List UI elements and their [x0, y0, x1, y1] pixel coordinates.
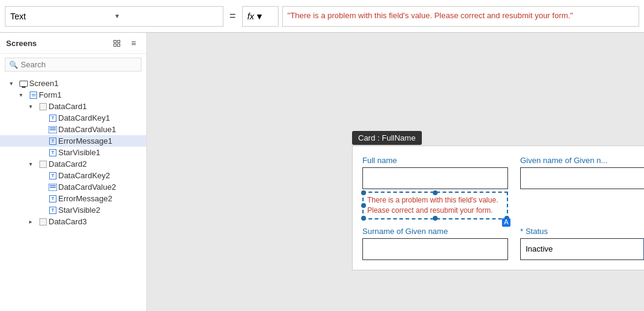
tree-item-form1[interactable]: ▾ Form1 [0, 89, 146, 101]
screen1-icon [18, 81, 29, 87]
resize-handle-bl[interactable] [361, 216, 366, 221]
errormessage1-icon: T [47, 138, 58, 145]
datacardkey2-icon: T [47, 172, 58, 179]
dropdown-chevron: ▼ [114, 13, 218, 19]
screen1-label: Screen1 [29, 79, 146, 88]
dropdown-value: Text [10, 12, 114, 21]
datacard3-label: DataCard3 [49, 217, 146, 226]
status-value: Inactive [521, 244, 643, 253]
datacardkey1-label: DataCardKey1 [58, 113, 146, 122]
list-view-icon[interactable]: ≡ [127, 38, 140, 48]
resize-handle-ml[interactable] [361, 203, 366, 208]
tree-item-datacardvalue1[interactable]: DataCardValue1 [0, 124, 146, 135]
toggle-datacard1[interactable]: ▾ [29, 103, 38, 110]
datacardkey1-icon: T [47, 115, 58, 122]
field-status: * Status Inactive ▼ [520, 227, 644, 260]
sidebar: Screens ≡ 🔍 ▾ [0, 33, 147, 311]
input-surname[interactable] [362, 238, 508, 260]
field-givenname: Given name of Given n... [520, 156, 644, 219]
canvas: Card : FullName Full name There is a pro… [147, 33, 644, 311]
toggle-datacard3[interactable]: ▸ [29, 218, 38, 225]
input-givenname[interactable] [520, 167, 644, 189]
tree-item-screen1[interactable]: ▾ Screen1 [0, 78, 146, 89]
fx-button[interactable]: fx ▼ [242, 6, 279, 27]
tree-item-datacardvalue2[interactable]: DataCardValue2 [0, 181, 146, 193]
tree-item-errormessage1[interactable]: T ErrorMessage1 [0, 135, 146, 147]
datacardvalue2-label: DataCardValue2 [58, 182, 146, 192]
tree-item-starvisible2[interactable]: T StarVisible2 [0, 204, 146, 216]
anchor-corner: A [502, 218, 510, 227]
search-input[interactable] [21, 60, 137, 69]
datacard2-icon [38, 161, 49, 168]
input-fullname[interactable] [362, 167, 508, 189]
starvisible1-label: StarVisible1 [58, 148, 146, 157]
datacardvalue1-icon [47, 126, 58, 133]
tree-item-starvisible1[interactable]: T StarVisible1 [0, 147, 146, 158]
label-fullname: Full name [362, 156, 508, 165]
property-dropdown[interactable]: Text ▼ [5, 6, 223, 27]
form1-icon [28, 92, 39, 99]
sidebar-header-icons: ≡ [110, 38, 140, 48]
label-surname: Surname of Given name [362, 227, 508, 236]
main-area: Screens ≡ 🔍 ▾ [0, 33, 644, 311]
datacard1-label: DataCard1 [49, 102, 146, 111]
screens-title: Screens [6, 39, 37, 48]
label-status: * Status [520, 227, 644, 236]
starvisible2-label: StarVisible2 [58, 206, 146, 215]
search-box: 🔍 [5, 58, 141, 72]
sidebar-header: Screens ≡ [0, 33, 146, 54]
tree-item-datacard2[interactable]: ▾ DataCard2 [0, 158, 146, 170]
status-dropdown[interactable]: Inactive ▼ [520, 238, 644, 260]
toggle-screen1[interactable]: ▾ [10, 80, 18, 87]
tree-item-errormessage2[interactable]: T ErrorMessage2 [0, 193, 146, 204]
resize-handle-tl[interactable] [361, 190, 366, 195]
field-surname: Surname of Given name [362, 227, 508, 260]
toggle-datacard2[interactable]: ▾ [29, 161, 38, 167]
errormessage2-icon: T [47, 195, 58, 202]
tree: ▾ Screen1 ▾ Form1 ▾ [0, 75, 146, 311]
errormessage1-label: ErrorMessage1 [58, 136, 146, 145]
fx-chevron: ▼ [255, 12, 263, 21]
resize-handle-tm[interactable] [433, 190, 438, 195]
datacardkey2-label: DataCardKey2 [58, 171, 146, 180]
datacard1-icon [38, 103, 49, 110]
grid-view-icon[interactable] [110, 38, 123, 48]
form1-label: Form1 [39, 90, 146, 99]
field-fullname: Full name There is a problem with this f… [362, 156, 508, 219]
datacardvalue1-label: DataCardValue1 [58, 125, 146, 134]
error-message-element[interactable]: There is a problem with this field's val… [362, 192, 508, 219]
tree-item-datacard1[interactable]: ▾ DataCard1 [0, 101, 146, 112]
errormessage2-label: ErrorMessage2 [58, 194, 146, 203]
formula-bar[interactable]: "There is a problem with this field's va… [282, 6, 639, 27]
toggle-form1[interactable]: ▾ [19, 92, 28, 98]
datacard2-label: DataCard2 [49, 159, 146, 169]
starvisible1-icon: T [47, 149, 58, 156]
resize-handle-bm[interactable] [433, 216, 438, 221]
form-card: Full name There is a problem with this f… [352, 145, 644, 270]
search-icon: 🔍 [9, 61, 18, 69]
error-text: There is a problem with this field's val… [367, 196, 498, 215]
label-givenname: Given name of Given n... [520, 156, 644, 165]
fx-label: fx [248, 12, 254, 21]
equals-sign: = [227, 10, 239, 22]
datacard3-icon [38, 218, 49, 226]
datacardvalue2-icon [47, 184, 58, 191]
starvisible2-icon: T [47, 207, 58, 214]
tree-item-datacard3[interactable]: ▸ DataCard3 [0, 216, 146, 227]
tree-item-datacardkey1[interactable]: T DataCardKey1 [0, 112, 146, 124]
toolbar: Text ▼ = fx ▼ "There is a problem with t… [0, 0, 644, 33]
tree-item-datacardkey2[interactable]: T DataCardKey2 [0, 170, 146, 181]
card-tooltip: Card : FullName [352, 131, 422, 145]
